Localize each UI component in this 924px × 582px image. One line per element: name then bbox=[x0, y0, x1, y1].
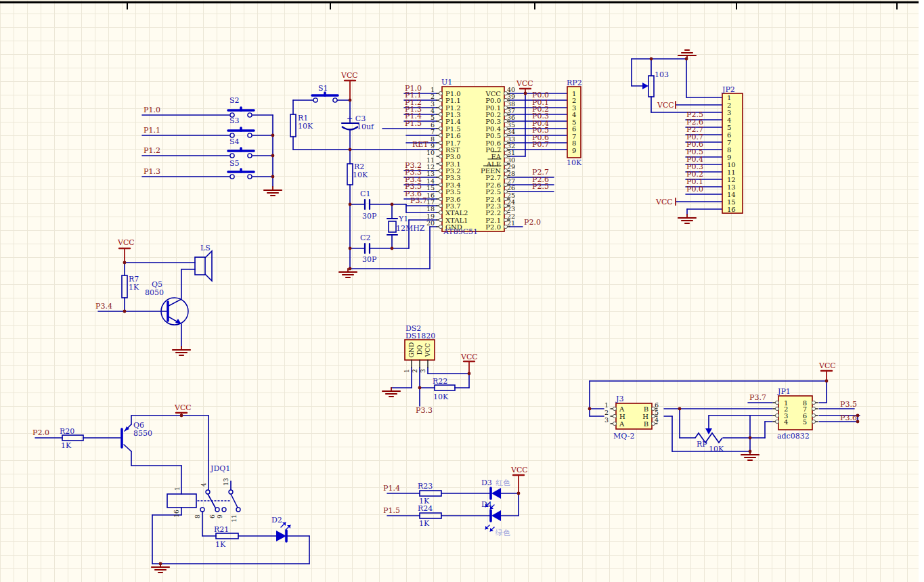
pin-number[interactable]: 1 bbox=[572, 90, 576, 97]
rotated-pin-number[interactable]: 9 bbox=[217, 514, 223, 518]
pin-name[interactable]: P0.3 bbox=[485, 118, 501, 125]
pin-number[interactable]: 3 bbox=[604, 416, 609, 424]
designator[interactable]: S2 bbox=[229, 96, 240, 105]
pin-number[interactable]: 5 bbox=[655, 409, 659, 416]
pin-name[interactable]: H bbox=[642, 413, 648, 420]
designator[interactable]: Y1 bbox=[398, 215, 408, 223]
designator[interactable]: D4 bbox=[481, 500, 492, 509]
pin-name[interactable]: P0.0 bbox=[485, 97, 501, 104]
pin-number[interactable]: 5 bbox=[431, 114, 435, 121]
power-label[interactable]: VCC bbox=[117, 238, 135, 247]
pin-number[interactable]: 7 bbox=[572, 133, 576, 140]
designator[interactable]: 10K bbox=[353, 171, 368, 179]
net-label[interactable]: P1.1 bbox=[144, 126, 160, 135]
designator[interactable]: R21 bbox=[214, 525, 229, 534]
designator[interactable]: 30P bbox=[362, 212, 377, 221]
component-body[interactable] bbox=[347, 164, 353, 185]
pin-number[interactable]: 7 bbox=[727, 139, 731, 146]
wire[interactable] bbox=[169, 299, 181, 306]
pin-number[interactable]: 15 bbox=[727, 198, 736, 206]
designator[interactable]: S3 bbox=[229, 116, 240, 125]
pin-name[interactable]: P2.7 bbox=[485, 174, 501, 181]
color-note[interactable]: 红色 bbox=[496, 478, 510, 487]
rotated-pin-number[interactable]: 6 bbox=[209, 514, 216, 518]
pin-number[interactable]: 2 bbox=[412, 369, 418, 373]
pin-number[interactable]: 6 bbox=[655, 401, 659, 409]
pin-name[interactable]: B bbox=[644, 420, 648, 428]
designator[interactable]: 10uf bbox=[357, 122, 374, 131]
pin-number[interactable]: 5 bbox=[803, 418, 807, 426]
designator[interactable]: 1K bbox=[61, 441, 72, 450]
designator[interactable]: DS1820 bbox=[405, 332, 435, 340]
pin-number[interactable]: 28 bbox=[507, 170, 515, 177]
pin-number[interactable]: 36 bbox=[507, 114, 515, 121]
pin-number[interactable]: 12 bbox=[727, 176, 736, 183]
component-body[interactable] bbox=[195, 257, 205, 275]
pin-number[interactable]: 5 bbox=[727, 124, 731, 131]
net-label[interactable]: P0.7 bbox=[532, 140, 549, 149]
rotated-pin-number[interactable]: 16 bbox=[173, 510, 180, 518]
designator[interactable]: 1K bbox=[215, 540, 226, 549]
net-label[interactable]: P3.3 bbox=[416, 406, 433, 415]
pin-number[interactable]: 2 bbox=[604, 409, 609, 416]
pin-number[interactable]: 10 bbox=[727, 161, 736, 169]
pin-name[interactable]: P2.0 bbox=[485, 223, 501, 231]
pin-name[interactable]: B bbox=[644, 405, 648, 413]
rotated-pin-number[interactable]: 13 bbox=[223, 478, 229, 486]
designator[interactable]: C2 bbox=[360, 233, 370, 242]
designator[interactable]: 10K bbox=[433, 393, 449, 401]
pin-number[interactable]: 3 bbox=[727, 109, 731, 116]
pin-name[interactable]: P0.5 bbox=[485, 132, 501, 139]
pin-number[interactable]: 21 bbox=[507, 219, 515, 227]
wire[interactable] bbox=[231, 494, 238, 508]
pin-number[interactable]: 13 bbox=[727, 183, 736, 191]
pin-name[interactable]: P2.2 bbox=[485, 209, 501, 217]
pin-number[interactable]: 9 bbox=[727, 154, 731, 161]
component-body[interactable] bbox=[62, 435, 83, 441]
power-label[interactable]: VCC bbox=[516, 79, 533, 88]
pin-number[interactable]: 8 bbox=[572, 139, 576, 147]
power-label[interactable]: VCC bbox=[510, 466, 528, 474]
pin-number[interactable]: 5 bbox=[572, 118, 576, 126]
net-label[interactable]: P0.0 bbox=[686, 185, 703, 194]
pin-number[interactable]: 6 bbox=[572, 125, 576, 133]
designator[interactable]: S5 bbox=[229, 159, 240, 168]
net-label[interactable]: P3.5 bbox=[840, 400, 857, 409]
net-label[interactable]: P2.5 bbox=[532, 182, 549, 191]
pin-name[interactable]: P2.5 bbox=[485, 188, 501, 196]
pin-number[interactable]: 10 bbox=[426, 149, 435, 156]
designator[interactable]: RP2 bbox=[567, 79, 582, 87]
designator[interactable]: adc0832 bbox=[777, 432, 810, 441]
component-body[interactable] bbox=[389, 221, 396, 232]
net-label[interactable]: P3.4 bbox=[95, 302, 112, 311]
designator[interactable]: LS bbox=[200, 244, 211, 252]
component-body[interactable] bbox=[420, 491, 441, 496]
pin-number[interactable]: 3 bbox=[420, 369, 426, 373]
net-label[interactable]: P1.4 bbox=[383, 484, 400, 493]
designator[interactable]: 12MHZ bbox=[396, 224, 425, 233]
pin-number[interactable]: 14 bbox=[727, 191, 736, 198]
designator[interactable]: D2 bbox=[271, 516, 282, 524]
pin-number[interactable]: 1 bbox=[604, 401, 609, 409]
pin-number[interactable]: 2 bbox=[431, 93, 435, 100]
pin-number[interactable]: 4 bbox=[727, 116, 731, 124]
designator[interactable]: AT89C51 bbox=[443, 227, 478, 236]
wire[interactable] bbox=[124, 445, 131, 451]
power-label[interactable]: VCC bbox=[340, 71, 358, 80]
pin-name[interactable]: A bbox=[619, 405, 625, 413]
pin-number[interactable]: 9 bbox=[572, 147, 576, 154]
power-label[interactable]: VCC bbox=[460, 353, 478, 361]
net-label[interactable]: P1.3 bbox=[144, 167, 160, 176]
pin-number[interactable]: 20 bbox=[426, 219, 435, 227]
component-body[interactable] bbox=[648, 76, 654, 97]
pin-number[interactable]: 1 bbox=[727, 94, 731, 102]
designator[interactable]: J3 bbox=[615, 395, 623, 403]
pin-number[interactable]: 4 bbox=[655, 416, 659, 424]
designator[interactable]: R23 bbox=[418, 482, 433, 491]
pin-number[interactable]: 16 bbox=[727, 206, 736, 213]
rotated-pin-number[interactable]: 8 bbox=[194, 514, 201, 518]
component-body[interactable] bbox=[216, 533, 238, 539]
power-label[interactable]: VCC bbox=[818, 361, 836, 370]
net-label[interactable]: P1.5 bbox=[405, 119, 422, 128]
designator[interactable]: RP bbox=[697, 440, 707, 449]
